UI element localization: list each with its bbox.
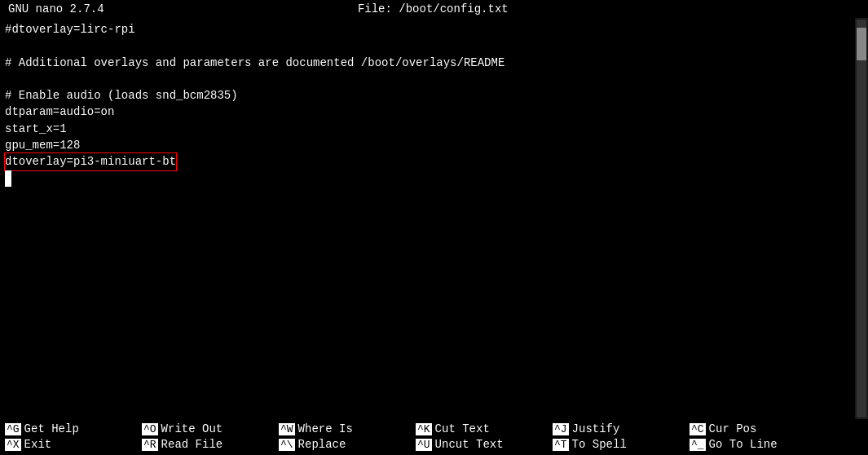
editor-line: gpu_mem=128	[5, 137, 850, 153]
menu-key: ^R	[142, 439, 158, 451]
menu-item[interactable]: ^UUncut Text	[416, 438, 546, 451]
menu-item[interactable]: ^JJustify	[553, 422, 683, 435]
scrollbar-thumb[interactable]	[857, 28, 866, 60]
app-name: GNU nano 2.7.4	[8, 2, 104, 15]
menu-key: ^J	[553, 423, 569, 435]
editor-line: # Additional overlays and parameters are…	[5, 55, 850, 71]
menu-key: ^O	[142, 423, 158, 435]
editor-line	[5, 38, 850, 54]
menu-key: ^U	[416, 439, 432, 451]
main-area: #dtoverlay=lirc-rpi # Additional overlay…	[0, 18, 868, 419]
menu-item[interactable]: ^OWrite Out	[142, 422, 272, 435]
menu-key: ^C	[690, 423, 706, 435]
menu-item[interactable]: ^CCur Pos	[690, 422, 820, 435]
menu-label: Where Is	[298, 422, 353, 435]
menu-item[interactable]: ^GGet Help	[5, 422, 135, 435]
menu-label: Go To Line	[709, 438, 778, 451]
menu-label: Write Out	[161, 422, 223, 435]
menu-key: ^X	[5, 439, 21, 451]
scrollbar[interactable]	[855, 18, 868, 419]
menu-item[interactable]: ^_Go To Line	[690, 438, 820, 451]
menu-label: To Spell	[572, 438, 627, 451]
menu-row-bottom: ^XExit^RRead File^\Replace^UUncut Text^T…	[0, 438, 868, 452]
bottom-menu: ^GGet Help^OWrite Out^WWhere Is^KCut Tex…	[0, 419, 868, 455]
menu-label: Cut Text	[435, 422, 490, 435]
menu-item[interactable]: ^WWhere Is	[279, 422, 409, 435]
menu-key: ^\	[279, 439, 295, 451]
highlighted-line: dtoverlay=pi3-miniuart-bt	[5, 153, 176, 170]
editor-line: dtoverlay=pi3-miniuart-bt	[5, 153, 850, 170]
menu-item[interactable]: ^TTo Spell	[553, 438, 683, 451]
app: GNU nano 2.7.4 File: /boot/config.txt #d…	[0, 0, 868, 455]
title-bar: GNU nano 2.7.4 File: /boot/config.txt	[0, 0, 868, 18]
menu-item[interactable]: ^KCut Text	[416, 422, 546, 435]
editor-line: start_x=1	[5, 121, 850, 137]
menu-label: Uncut Text	[435, 438, 504, 451]
cursor	[5, 170, 11, 187]
menu-key: ^K	[416, 423, 432, 435]
menu-item[interactable]: ^XExit	[5, 438, 135, 451]
menu-label: Replace	[298, 438, 346, 451]
menu-key: ^W	[279, 423, 295, 435]
editor-line	[5, 170, 850, 187]
menu-key: ^_	[690, 439, 706, 451]
menu-label: Exit	[24, 438, 52, 451]
menu-key: ^G	[5, 423, 21, 435]
editor-line	[5, 71, 850, 87]
menu-item[interactable]: ^\Replace	[279, 438, 409, 451]
menu-item[interactable]: ^RRead File	[142, 438, 272, 451]
file-name: File: /boot/config.txt	[358, 2, 509, 15]
editor-line: # Enable audio (loads snd_bcm2835)	[5, 87, 850, 104]
editor-line: #dtoverlay=lirc-rpi	[5, 21, 850, 38]
editor-line: dtparam=audio=on	[5, 104, 850, 120]
menu-row-top: ^GGet Help^OWrite Out^WWhere Is^KCut Tex…	[0, 422, 868, 436]
menu-label: Read File	[161, 438, 223, 451]
menu-label: Get Help	[24, 422, 79, 435]
scrollbar-track[interactable]	[857, 20, 866, 417]
editor[interactable]: #dtoverlay=lirc-rpi # Additional overlay…	[0, 18, 855, 419]
menu-label: Cur Pos	[709, 422, 757, 435]
menu-key: ^T	[553, 439, 569, 451]
menu-label: Justify	[572, 422, 620, 435]
